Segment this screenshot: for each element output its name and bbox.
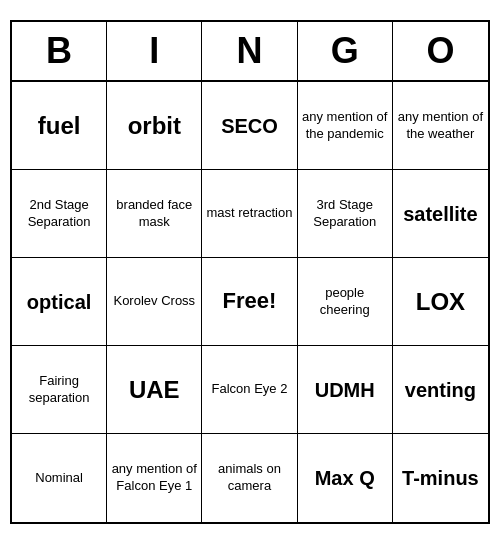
bingo-cell-23: Max Q [298,434,393,522]
bingo-cell-3: any mention of the pandemic [298,82,393,170]
bingo-cell-12: Free! [202,258,297,346]
bingo-cell-15: Fairing separation [12,346,107,434]
bingo-cell-9: satellite [393,170,488,258]
header-letter-n: N [202,22,297,80]
bingo-cell-0: fuel [12,82,107,170]
header-letter-b: B [12,22,107,80]
bingo-grid: fuelorbitSECOany mention of the pandemic… [12,82,488,522]
bingo-cell-8: 3rd Stage Separation [298,170,393,258]
bingo-cell-4: any mention of the weather [393,82,488,170]
bingo-cell-14: LOX [393,258,488,346]
bingo-cell-19: venting [393,346,488,434]
bingo-cell-7: mast retraction [202,170,297,258]
bingo-cell-10: optical [12,258,107,346]
header-letter-g: G [298,22,393,80]
bingo-cell-18: UDMH [298,346,393,434]
bingo-cell-21: any mention of Falcon Eye 1 [107,434,202,522]
bingo-cell-2: SECO [202,82,297,170]
bingo-cell-5: 2nd Stage Separation [12,170,107,258]
bingo-cell-1: orbit [107,82,202,170]
header-letter-o: O [393,22,488,80]
bingo-card: BINGO fuelorbitSECOany mention of the pa… [10,20,490,524]
bingo-cell-11: Korolev Cross [107,258,202,346]
bingo-cell-22: animals on camera [202,434,297,522]
bingo-cell-20: Nominal [12,434,107,522]
header-letter-i: I [107,22,202,80]
bingo-cell-24: T-minus [393,434,488,522]
bingo-cell-6: branded face mask [107,170,202,258]
bingo-cell-17: Falcon Eye 2 [202,346,297,434]
bingo-cell-13: people cheering [298,258,393,346]
bingo-cell-16: UAE [107,346,202,434]
bingo-header: BINGO [12,22,488,82]
